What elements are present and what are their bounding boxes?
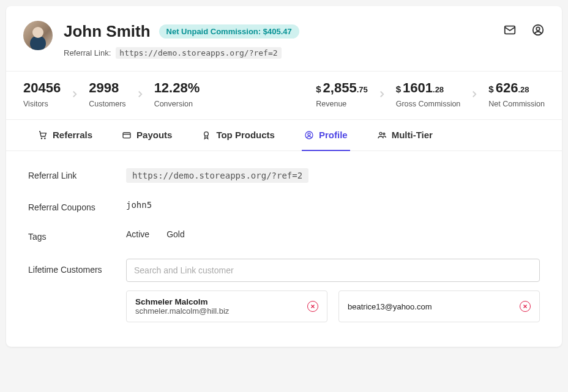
tab-payouts[interactable]: Payouts — [119, 120, 174, 151]
affiliate-card: John Smith Net Unpaid Commission: $405.4… — [6, 6, 562, 347]
users-icon — [377, 130, 387, 140]
card-icon — [122, 130, 132, 140]
chevron-right-icon — [135, 89, 146, 100]
stat-conversion: 12.28% Conversion — [154, 80, 200, 108]
tags-key: Tags — [28, 229, 126, 242]
user-icon[interactable] — [531, 23, 545, 37]
svg-rect-5 — [123, 133, 130, 138]
customer-card: beatrice13@yahoo.com — [338, 290, 540, 322]
profile-icon — [304, 130, 314, 140]
tags-list: Active Gold — [126, 229, 540, 239]
svg-point-2 — [536, 27, 540, 31]
profile-section: Referral Link https://demo.storeapps.org… — [6, 151, 562, 347]
close-icon — [310, 303, 316, 309]
lifetime-key: Lifetime Customers — [28, 259, 126, 275]
mail-icon[interactable] — [503, 23, 517, 37]
customer-email: schmeler.malcolm@hill.biz — [135, 306, 229, 316]
tab-top-products[interactable]: Top Products — [199, 120, 277, 151]
award-icon — [201, 130, 211, 140]
tag-item[interactable]: Active — [126, 229, 149, 239]
stat-gross-commission: $1601.28 Gross Commission — [396, 80, 461, 108]
chevron-right-icon — [69, 89, 80, 100]
customer-email: beatrice13@yahoo.com — [348, 302, 432, 311]
coupon-value: john5 — [126, 200, 152, 210]
referral-link-value[interactable]: https://demo.storeapps.org/?ref=2 — [116, 47, 281, 59]
referral-link-code[interactable]: https://demo.storeapps.org/?ref=2 — [126, 168, 308, 183]
stats-bar: 20456 Visitors 2998 Customers 12.28% Con… — [6, 71, 562, 120]
tabs: Referrals Payouts Top Products Profile M… — [6, 120, 562, 151]
header-main: John Smith Net Unpaid Commission: $405.4… — [64, 21, 503, 59]
avatar — [23, 21, 53, 50]
remove-customer-button[interactable] — [520, 301, 531, 312]
affiliate-name: John Smith — [64, 22, 151, 41]
close-icon — [522, 303, 528, 309]
referral-link-label: Referral Link: — [64, 48, 111, 57]
svg-point-10 — [383, 133, 385, 135]
chevron-right-icon — [469, 89, 480, 100]
coupons-key: Referral Coupons — [28, 200, 126, 212]
header: John Smith Net Unpaid Commission: $405.4… — [6, 6, 562, 71]
customer-name: Schmeler Malcolm — [135, 297, 229, 306]
stat-revenue: $2,855.75 Revenue — [316, 80, 367, 108]
chevron-right-icon — [376, 89, 387, 100]
svg-point-9 — [379, 132, 382, 135]
svg-point-4 — [45, 138, 45, 138]
unpaid-badge: Net Unpaid Commission: $405.47 — [159, 24, 299, 39]
svg-point-6 — [204, 131, 209, 136]
svg-point-3 — [41, 138, 42, 138]
stat-net-commission: $626.28 Net Commission — [488, 80, 545, 108]
customer-card: Schmeler Malcolm schmeler.malcolm@hill.b… — [126, 290, 327, 322]
svg-point-8 — [308, 133, 310, 135]
stat-customers: 2998 Customers — [89, 80, 125, 108]
tab-profile[interactable]: Profile — [302, 120, 350, 151]
customer-search-input[interactable] — [126, 259, 540, 282]
tag-item[interactable]: Gold — [166, 229, 185, 239]
tab-referrals[interactable]: Referrals — [36, 120, 95, 151]
referral-link-key: Referral Link — [28, 168, 126, 180]
tab-multi-tier[interactable]: Multi-Tier — [375, 120, 435, 151]
cart-icon — [38, 130, 48, 140]
remove-customer-button[interactable] — [307, 301, 318, 312]
stat-visitors: 20456 Visitors — [23, 80, 61, 108]
